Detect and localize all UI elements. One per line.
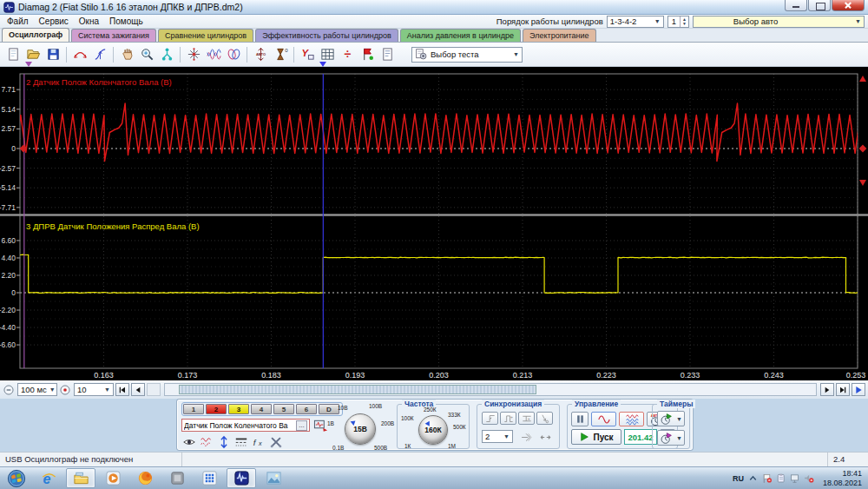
trigger-window-icon[interactable]: + xyxy=(518,412,535,425)
math-divide-icon[interactable]: ÷ xyxy=(338,46,357,63)
taskbar-app-photo-viewer[interactable] xyxy=(259,468,288,488)
menu-item-0[interactable]: Файл xyxy=(3,17,36,26)
channel-button-6[interactable]: 6 xyxy=(296,404,317,414)
trigger-multi-icon[interactable] xyxy=(519,430,534,444)
channel-button-2[interactable]: 2 xyxy=(206,404,227,414)
pause-button[interactable] xyxy=(571,412,589,426)
sync-channel-combo[interactable]: 2 ▼ xyxy=(482,430,513,443)
probe-connect-icon[interactable] xyxy=(157,46,176,63)
step-back-button[interactable] xyxy=(131,383,145,396)
oscilloscope-display[interactable]: 7.715.142.570-2.57-5.14-7.716.604.402.20… xyxy=(0,67,868,380)
multi-wave-button[interactable] xyxy=(619,412,644,426)
timeline-scrollbar[interactable] xyxy=(164,383,817,396)
frequency-knob[interactable]: 160К xyxy=(418,415,448,445)
sensor-config-icon[interactable] xyxy=(313,418,328,433)
trigger-rising-icon[interactable] xyxy=(482,412,498,425)
play-button[interactable] xyxy=(852,383,865,396)
collapse-icon[interactable] xyxy=(3,383,16,396)
taskbar-app-file-explorer[interactable] xyxy=(66,468,95,488)
hand-pan-icon[interactable] xyxy=(117,46,136,63)
divisions-combo[interactable]: 10 ▼ xyxy=(74,383,114,396)
line-style-icon[interactable] xyxy=(233,435,248,449)
tab-4[interactable]: Анализ давления в цилиндре xyxy=(400,29,521,42)
save-file-icon[interactable] xyxy=(43,46,62,63)
cylinder-spinner[interactable]: 1 ▲▼ xyxy=(667,16,689,28)
zoom-icon[interactable] xyxy=(137,46,156,63)
time-scale-combo[interactable]: 100 мс ▼ xyxy=(17,383,57,396)
compare-waveforms-icon[interactable] xyxy=(224,46,243,63)
scope-plot[interactable]: 7.715.142.570-2.57-5.14-7.716.604.402.20… xyxy=(0,67,868,380)
minimize-button[interactable] xyxy=(785,0,807,11)
trigger-shift-icon[interactable] xyxy=(538,430,553,444)
go-end-button[interactable] xyxy=(836,383,850,396)
single-wave-button[interactable] xyxy=(591,412,616,426)
status-value: 2.4 xyxy=(828,453,868,466)
purple-marker-icon[interactable] xyxy=(25,62,32,67)
overlay-waveforms-icon[interactable] xyxy=(204,46,223,63)
channel-button-4[interactable]: 4 xyxy=(251,404,272,414)
tab-1[interactable]: Система зажигания xyxy=(71,29,156,42)
new-document-icon[interactable] xyxy=(3,46,23,63)
rise-time-measure-icon[interactable] xyxy=(90,46,109,63)
channel-filter-icon[interactable]: Y xyxy=(298,46,317,63)
tab-2[interactable]: Сравнение цилиндров xyxy=(158,29,253,42)
record-icon[interactable] xyxy=(59,383,72,396)
voltage-range-knob[interactable]: 15В xyxy=(345,413,376,445)
tab-3[interactable]: Эффективность работы цилиндров xyxy=(255,29,398,42)
tray-volume-muted-icon[interactable] xyxy=(803,472,815,486)
marker-flag-icon[interactable] xyxy=(358,46,377,63)
span-measure-icon[interactable] xyxy=(70,46,89,63)
scrollbar-thumb[interactable] xyxy=(179,385,536,394)
time-zero-icon[interactable]: 0 xyxy=(271,46,290,63)
menu-item-2[interactable]: Окна xyxy=(76,17,106,26)
taskbar-app-firefox[interactable] xyxy=(130,468,160,488)
trigger-marker-icon[interactable] xyxy=(319,62,326,67)
tray-action-center-icon[interactable] xyxy=(761,472,773,486)
sensor-more-button[interactable]: … xyxy=(296,420,307,431)
timer1-button[interactable]: ▼ xyxy=(657,411,685,426)
tray-network-icon[interactable] xyxy=(789,472,801,486)
car-select-combo[interactable]: Выбор авто ▼ xyxy=(693,16,865,28)
auto-measure-icon[interactable] xyxy=(184,46,203,63)
trigger-manual-icon[interactable] xyxy=(536,412,553,425)
test-select-combo[interactable]: Выбор теста ▼ xyxy=(411,47,523,63)
diamag-window: Diamag 2 (Fiat Stilo 1.6 16 эталон ДПКВ … xyxy=(0,0,868,489)
signal-shape-icon[interactable] xyxy=(199,435,214,449)
step-forward-button[interactable] xyxy=(820,383,834,396)
taskbar-clock[interactable]: 18:41 18.08.2021 xyxy=(823,469,862,488)
menu-item-3[interactable]: Помощь xyxy=(106,17,150,26)
channel-button-1[interactable]: 1 xyxy=(183,404,204,414)
trigger-pulse-icon[interactable]: + xyxy=(500,412,516,425)
start-button[interactable]: Пуск xyxy=(571,429,621,445)
taskbar-app-app-grid[interactable] xyxy=(194,468,224,488)
taskbar-app-media-player[interactable] xyxy=(98,468,128,488)
spinner-arrows-icon[interactable]: ▲▼ xyxy=(680,17,688,27)
menu-item-1[interactable]: Сервис xyxy=(36,17,76,26)
taskbar-app-internet-explorer[interactable]: e xyxy=(34,468,63,488)
go-start-button[interactable] xyxy=(115,383,129,396)
report-icon[interactable] xyxy=(378,46,397,63)
position-icon[interactable] xyxy=(216,435,231,449)
timer2-button[interactable]: ▼ xyxy=(657,430,685,446)
auto-scale-icon[interactable]: АВТО xyxy=(251,46,270,63)
language-indicator[interactable]: RU xyxy=(733,474,744,483)
firing-order-combo[interactable]: 1-3-4-2 ▼ xyxy=(607,16,664,28)
tab-0[interactable]: Осциллограф xyxy=(2,28,69,42)
voltage-label-1В: 1В xyxy=(327,420,334,426)
sensor-select-combo[interactable]: Датчик Полож Коленчатого Ва … xyxy=(181,419,310,432)
tab-5[interactable]: Электропитание xyxy=(523,29,596,42)
tray-up-arrow-icon[interactable] xyxy=(747,472,760,486)
maximize-button[interactable] xyxy=(808,0,831,11)
close-button[interactable] xyxy=(832,0,865,11)
data-table-icon[interactable] xyxy=(318,46,337,63)
open-file-icon[interactable] xyxy=(23,46,43,63)
tray-clipboard-icon[interactable] xyxy=(775,472,787,486)
start-button[interactable] xyxy=(2,468,31,488)
math-fx-icon[interactable]: fx xyxy=(251,435,266,449)
settings-tools-icon[interactable] xyxy=(268,435,283,449)
channel-button-5[interactable]: 5 xyxy=(273,404,294,414)
taskbar-app-gray-app[interactable] xyxy=(162,468,192,488)
taskbar-app-diamag-scope[interactable] xyxy=(227,468,256,488)
visibility-icon[interactable] xyxy=(181,435,196,449)
channel-button-3[interactable]: 3 xyxy=(228,404,249,414)
